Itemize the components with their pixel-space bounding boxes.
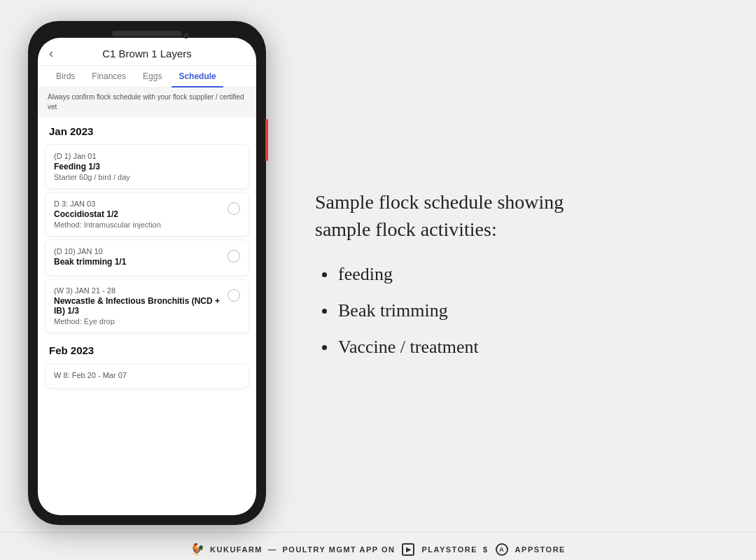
item-4-checkbox[interactable] [227,289,240,302]
notice-banner: Always confirm flock schedule with your … [38,88,256,117]
footer-separator: — [268,545,277,554]
tab-birds[interactable]: Birds [49,66,82,87]
screen-title: C1 Brown 1 Layers [102,48,192,59]
playstore-icon: ▶ [402,543,414,556]
panel-title: Sample flock schedule showing sample flo… [315,188,721,243]
bullet-item-1: feeding [322,264,721,285]
item-feb-1-text: W 8: Feb 20 - Mar 07 [54,371,240,381]
footer-tagline: POULTRY MGMT APP ON [283,545,396,554]
tab-schedule[interactable]: Schedule [172,66,223,87]
schedule-item-1[interactable]: (D 1) Jan 01 Feeding 1/3 Starter 60g / b… [45,144,249,189]
item-2-checkbox[interactable] [227,202,240,215]
footer: 🐓 KUKUFARM — POULTRY MGMT APP ON ▶ PLAYS… [0,532,756,560]
phone-shell: ‹ C1 Brown 1 Layers Birds Finances Eggs … [28,21,266,525]
item-feb-1-date: W 8: Feb 20 - Mar 07 [54,371,240,379]
phone-speaker [126,32,168,36]
item-2-title: Coccidiostat 1/2 [54,209,222,219]
tab-bar: Birds Finances Eggs Schedule [38,66,256,88]
brand-name: KUKUFARM [210,545,262,554]
item-1-date: (D 1) Jan 01 [54,152,240,160]
back-button[interactable]: ‹ [49,46,53,61]
playstore-label: PLAYSTORE [421,545,477,554]
tab-finances[interactable]: Finances [85,66,133,87]
item-1-text: (D 1) Jan 01 Feeding 1/3 Starter 60g / b… [54,152,240,181]
bullet-dot-1 [322,272,327,277]
schedule-item-2[interactable]: D 3: JAN 03 Coccidiostat 1/2 Method: Int… [45,192,249,237]
phone-side-button [265,119,268,161]
phone-screen: ‹ C1 Brown 1 Layers Birds Finances Eggs … [38,38,256,515]
item-2-date: D 3: JAN 03 [54,200,222,208]
app-header: ‹ C1 Brown 1 Layers [38,38,256,66]
schedule-item-feb-1[interactable]: W 8: Feb 20 - Mar 07 [45,363,249,388]
main-content: ‹ C1 Brown 1 Layers Birds Finances Eggs … [0,0,756,532]
schedule-list: Jan 2023 (D 1) Jan 01 Feeding 1/3 Starte… [38,117,256,515]
item-3-date: (D 10) JAN 10 [54,247,222,255]
bullet-list: feeding Beak trimming Vaccine / treatmen… [315,264,721,358]
bullet-label-2: Beak trimming [338,300,448,321]
bullet-dot-3 [322,345,327,350]
bullet-item-3: Vaccine / treatment [322,337,721,358]
text-panel: Sample flock schedule showing sample flo… [294,174,728,372]
schedule-item-4[interactable]: (W 3) JAN 21 - 28 Newcastle & Infectious… [45,279,249,333]
month-header-jan: Jan 2023 [38,117,256,141]
item-3-title: Beak trimming 1/1 [54,257,222,267]
item-4-text: (W 3) JAN 21 - 28 Newcastle & Infectious… [54,286,222,326]
item-4-title: Newcastle & Infectious Bronchitis (NCD +… [54,296,222,316]
item-2-detail: Method: Intramuscular injection [54,220,222,229]
item-4-date: (W 3) JAN 21 - 28 [54,286,222,295]
bullet-label-3: Vaccine / treatment [338,337,479,358]
month-header-feb: Feb 2023 [38,336,256,360]
footer-dollar: $ [483,545,489,554]
chicken-icon: 🐓 [190,542,204,556]
bullet-item-2: Beak trimming [322,300,721,321]
appstore-label: APPSTORE [515,545,566,554]
tab-eggs[interactable]: Eggs [136,66,169,87]
item-3-text: (D 10) JAN 10 Beak trimming 1/1 [54,247,222,268]
item-3-checkbox[interactable] [227,250,240,262]
bullet-label-1: feeding [338,264,393,285]
bullet-dot-2 [322,309,327,314]
schedule-item-3[interactable]: (D 10) JAN 10 Beak trimming 1/1 [45,239,249,276]
item-1-title: Feeding 1/3 [54,162,240,172]
item-1-detail: Starter 60g / bird / day [54,173,240,181]
appstore-icon: A [496,543,508,556]
item-4-detail: Method: Eye drop [54,317,222,326]
item-2-text: D 3: JAN 03 Coccidiostat 1/2 Method: Int… [54,200,222,229]
